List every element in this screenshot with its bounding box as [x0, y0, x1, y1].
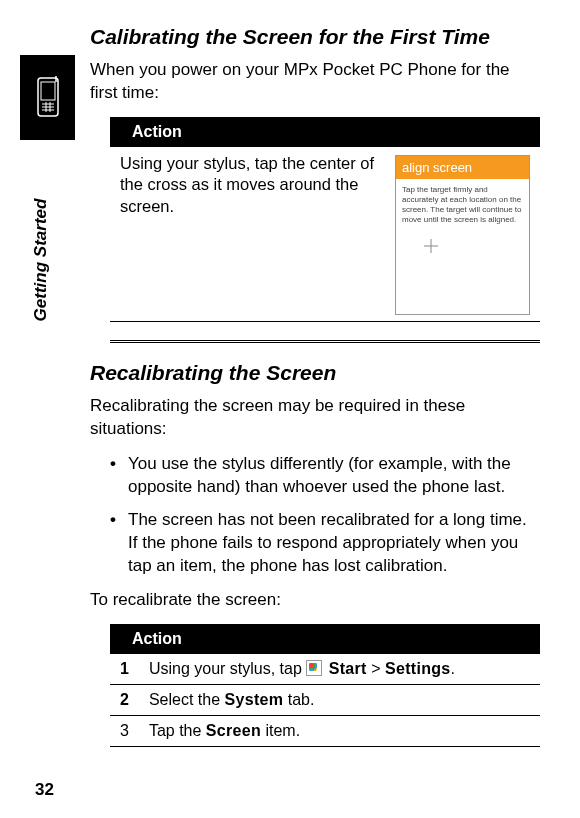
action-header-2: Action	[110, 624, 540, 654]
action-text-1: Using your stylus, tap the center of the…	[120, 153, 375, 315]
svg-rect-1	[41, 82, 55, 100]
align-screen-mockup: align screen Tap the target firmly and a…	[395, 155, 530, 315]
menu-start: Start	[329, 660, 367, 677]
step3-a: Tap the	[149, 722, 206, 739]
step-row-2: 2 Select the System tab.	[110, 685, 540, 716]
page-number: 32	[35, 780, 54, 800]
action-table-2: Action 1 Using your stylus, tap Start > …	[110, 624, 540, 747]
step-text-3: Tap the Screen item.	[139, 716, 540, 747]
step1-pre: Using your stylus, tap	[149, 660, 306, 677]
gt-sep: >	[371, 660, 385, 677]
menu-screen: Screen	[206, 722, 261, 739]
step2-c: tab.	[283, 691, 314, 708]
action-header-1: Action	[110, 117, 540, 147]
divider-1b	[110, 342, 540, 343]
action-row-1: Using your stylus, tap the center of the…	[110, 147, 540, 322]
step-text-2: Select the System tab.	[139, 685, 540, 716]
period1: .	[451, 660, 455, 677]
step-number-1: 1	[110, 654, 139, 685]
step-row-3: 3 Tap the Screen item.	[110, 716, 540, 747]
side-tab: Getting Started	[20, 55, 75, 140]
step-text-1: Using your stylus, tap Start > Settings.	[139, 654, 540, 685]
intro-text-3: To recalibrate the screen:	[90, 589, 540, 612]
intro-text-1: When you power on your MPx Pocket PC Pho…	[90, 59, 540, 105]
bullet-item-2: The screen has not been recalibrated for…	[110, 509, 540, 578]
divider-1a	[110, 340, 540, 341]
action-table-1: Action Using your stylus, tap the center…	[110, 117, 540, 322]
menu-system: System	[225, 691, 284, 708]
step2-a: Select the	[149, 691, 225, 708]
align-screen-title: align screen	[396, 156, 529, 179]
start-flag-icon	[306, 660, 322, 676]
menu-settings: Settings	[385, 660, 451, 677]
step-number-3: 3	[110, 716, 139, 747]
side-tab-icon-box	[20, 55, 75, 140]
pda-phone-icon	[32, 76, 64, 120]
section-side-label: Getting Started	[31, 199, 51, 322]
heading-calibrating-first-time: Calibrating the Screen for the First Tim…	[90, 25, 540, 49]
intro-text-2: Recalibrating the screen may be required…	[90, 395, 540, 441]
crosshair-icon	[396, 231, 529, 256]
step3-c: item.	[261, 722, 300, 739]
step-row-1: 1 Using your stylus, tap Start > Setting…	[110, 654, 540, 685]
heading-recalibrating: Recalibrating the Screen	[90, 361, 540, 385]
bullet-item-1: You use the stylus differently (for exam…	[110, 453, 540, 499]
align-screen-text: Tap the target firmly and accurately at …	[396, 179, 529, 231]
bullet-list: You use the stylus differently (for exam…	[110, 453, 540, 578]
step-number-2: 2	[110, 685, 139, 716]
